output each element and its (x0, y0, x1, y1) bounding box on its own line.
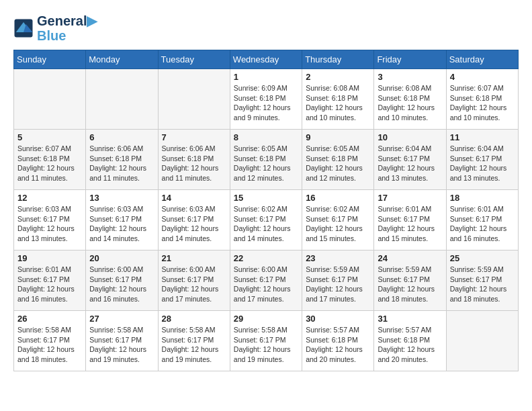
day-info: Sunrise: 6:05 AM Sunset: 6:18 PM Dayligh… (234, 144, 298, 183)
calendar-cell: 17Sunrise: 6:01 AM Sunset: 6:17 PM Dayli… (374, 190, 446, 250)
weekday-header-saturday: Saturday (446, 50, 518, 69)
day-info: Sunrise: 6:07 AM Sunset: 6:18 PM Dayligh… (450, 83, 515, 123)
day-number: 21 (162, 253, 226, 263)
day-info: Sunrise: 6:07 AM Sunset: 6:18 PM Dayligh… (17, 144, 82, 183)
day-info: Sunrise: 6:03 AM Sunset: 6:17 PM Dayligh… (89, 204, 154, 244)
day-number: 14 (162, 193, 226, 203)
page-header: General▶ Blue (13, 13, 519, 43)
day-number: 23 (306, 253, 370, 263)
weekday-header-thursday: Thursday (302, 50, 374, 69)
day-info: Sunrise: 6:02 AM Sunset: 6:17 PM Dayligh… (234, 204, 298, 244)
day-number: 15 (234, 193, 298, 203)
day-info: Sunrise: 5:58 AM Sunset: 6:17 PM Dayligh… (89, 325, 154, 365)
day-number: 9 (306, 132, 370, 142)
calendar-cell: 14Sunrise: 6:03 AM Sunset: 6:17 PM Dayli… (158, 190, 230, 250)
calendar-cell: 5Sunrise: 6:07 AM Sunset: 6:18 PM Daylig… (14, 130, 86, 190)
day-info: Sunrise: 6:03 AM Sunset: 6:17 PM Dayligh… (162, 204, 226, 244)
day-number: 26 (17, 314, 82, 324)
calendar: SundayMondayTuesdayWednesdayThursdayFrid… (13, 50, 519, 371)
week-row-5: 26Sunrise: 5:58 AM Sunset: 6:17 PM Dayli… (14, 311, 519, 371)
calendar-cell: 29Sunrise: 5:58 AM Sunset: 6:17 PM Dayli… (230, 311, 302, 371)
calendar-cell: 25Sunrise: 5:59 AM Sunset: 6:17 PM Dayli… (446, 250, 518, 311)
calendar-cell: 6Sunrise: 6:06 AM Sunset: 6:18 PM Daylig… (86, 130, 158, 190)
calendar-cell: 22Sunrise: 6:00 AM Sunset: 6:17 PM Dayli… (230, 250, 302, 311)
day-number: 1 (234, 72, 298, 82)
day-number: 4 (450, 72, 515, 82)
day-number: 18 (450, 193, 515, 203)
calendar-cell: 1Sunrise: 6:09 AM Sunset: 6:18 PM Daylig… (230, 69, 302, 130)
day-info: Sunrise: 6:02 AM Sunset: 6:17 PM Dayligh… (306, 204, 370, 244)
day-info: Sunrise: 6:01 AM Sunset: 6:17 PM Dayligh… (378, 204, 442, 244)
calendar-cell: 30Sunrise: 5:57 AM Sunset: 6:18 PM Dayli… (302, 311, 374, 371)
weekday-header-row: SundayMondayTuesdayWednesdayThursdayFrid… (14, 50, 519, 69)
calendar-cell (158, 69, 230, 130)
day-info: Sunrise: 5:57 AM Sunset: 6:18 PM Dayligh… (306, 325, 370, 365)
calendar-cell: 26Sunrise: 5:58 AM Sunset: 6:17 PM Dayli… (14, 311, 86, 371)
week-row-4: 19Sunrise: 6:01 AM Sunset: 6:17 PM Dayli… (14, 250, 519, 311)
logo-line2: Blue (37, 28, 97, 43)
calendar-cell: 28Sunrise: 5:58 AM Sunset: 6:17 PM Dayli… (158, 311, 230, 371)
day-info: Sunrise: 5:58 AM Sunset: 6:17 PM Dayligh… (162, 325, 226, 365)
day-info: Sunrise: 6:06 AM Sunset: 6:18 PM Dayligh… (162, 144, 226, 183)
calendar-cell: 3Sunrise: 6:08 AM Sunset: 6:18 PM Daylig… (374, 69, 446, 130)
calendar-cell: 13Sunrise: 6:03 AM Sunset: 6:17 PM Dayli… (86, 190, 158, 250)
calendar-cell: 18Sunrise: 6:01 AM Sunset: 6:17 PM Dayli… (446, 190, 518, 250)
weekday-header-monday: Monday (86, 50, 158, 69)
day-info: Sunrise: 6:01 AM Sunset: 6:17 PM Dayligh… (450, 204, 515, 244)
day-number: 6 (89, 132, 154, 142)
day-number: 11 (450, 132, 515, 142)
day-info: Sunrise: 6:08 AM Sunset: 6:18 PM Dayligh… (378, 83, 442, 123)
day-number: 7 (162, 132, 226, 142)
day-info: Sunrise: 6:08 AM Sunset: 6:18 PM Dayligh… (306, 83, 370, 123)
day-info: Sunrise: 5:59 AM Sunset: 6:17 PM Dayligh… (450, 265, 515, 304)
logo-icon (13, 18, 34, 38)
calendar-cell: 19Sunrise: 6:01 AM Sunset: 6:17 PM Dayli… (14, 250, 86, 311)
day-info: Sunrise: 6:04 AM Sunset: 6:17 PM Dayligh… (378, 144, 442, 183)
day-info: Sunrise: 6:05 AM Sunset: 6:18 PM Dayligh… (306, 144, 370, 183)
day-info: Sunrise: 5:59 AM Sunset: 6:17 PM Dayligh… (378, 265, 442, 304)
calendar-cell (446, 311, 518, 371)
day-info: Sunrise: 6:00 AM Sunset: 6:17 PM Dayligh… (89, 265, 154, 304)
week-row-1: 1Sunrise: 6:09 AM Sunset: 6:18 PM Daylig… (14, 69, 519, 130)
day-info: Sunrise: 6:04 AM Sunset: 6:17 PM Dayligh… (450, 144, 515, 183)
day-number: 24 (378, 253, 442, 263)
weekday-header-wednesday: Wednesday (230, 50, 302, 69)
calendar-cell: 2Sunrise: 6:08 AM Sunset: 6:18 PM Daylig… (302, 69, 374, 130)
logo: General▶ Blue (13, 13, 97, 43)
logo-line1: General▶ (37, 13, 97, 28)
weekday-header-friday: Friday (374, 50, 446, 69)
calendar-cell (14, 69, 86, 130)
day-number: 27 (89, 314, 154, 324)
calendar-cell: 16Sunrise: 6:02 AM Sunset: 6:17 PM Dayli… (302, 190, 374, 250)
day-number: 22 (234, 253, 298, 263)
week-row-3: 12Sunrise: 6:03 AM Sunset: 6:17 PM Dayli… (14, 190, 519, 250)
day-info: Sunrise: 6:09 AM Sunset: 6:18 PM Dayligh… (234, 83, 298, 123)
calendar-cell: 11Sunrise: 6:04 AM Sunset: 6:17 PM Dayli… (446, 130, 518, 190)
weekday-header-sunday: Sunday (14, 50, 86, 69)
calendar-cell: 4Sunrise: 6:07 AM Sunset: 6:18 PM Daylig… (446, 69, 518, 130)
calendar-cell: 31Sunrise: 5:57 AM Sunset: 6:18 PM Dayli… (374, 311, 446, 371)
calendar-cell: 7Sunrise: 6:06 AM Sunset: 6:18 PM Daylig… (158, 130, 230, 190)
day-info: Sunrise: 6:01 AM Sunset: 6:17 PM Dayligh… (17, 265, 82, 304)
week-row-2: 5Sunrise: 6:07 AM Sunset: 6:18 PM Daylig… (14, 130, 519, 190)
day-number: 19 (17, 253, 82, 263)
calendar-cell: 21Sunrise: 6:00 AM Sunset: 6:17 PM Dayli… (158, 250, 230, 311)
day-number: 3 (378, 72, 442, 82)
calendar-cell: 15Sunrise: 6:02 AM Sunset: 6:17 PM Dayli… (230, 190, 302, 250)
day-number: 8 (234, 132, 298, 142)
calendar-cell: 10Sunrise: 6:04 AM Sunset: 6:17 PM Dayli… (374, 130, 446, 190)
calendar-cell: 20Sunrise: 6:00 AM Sunset: 6:17 PM Dayli… (86, 250, 158, 311)
day-number: 31 (378, 314, 442, 324)
day-number: 12 (17, 193, 82, 203)
day-info: Sunrise: 5:57 AM Sunset: 6:18 PM Dayligh… (378, 325, 442, 365)
day-info: Sunrise: 6:00 AM Sunset: 6:17 PM Dayligh… (162, 265, 226, 304)
calendar-cell: 27Sunrise: 5:58 AM Sunset: 6:17 PM Dayli… (86, 311, 158, 371)
day-info: Sunrise: 6:03 AM Sunset: 6:17 PM Dayligh… (17, 204, 82, 244)
day-number: 20 (89, 253, 154, 263)
day-number: 17 (378, 193, 442, 203)
day-number: 5 (17, 132, 82, 142)
day-info: Sunrise: 5:58 AM Sunset: 6:17 PM Dayligh… (234, 325, 298, 365)
day-number: 30 (306, 314, 370, 324)
weekday-header-tuesday: Tuesday (158, 50, 230, 69)
day-number: 28 (162, 314, 226, 324)
